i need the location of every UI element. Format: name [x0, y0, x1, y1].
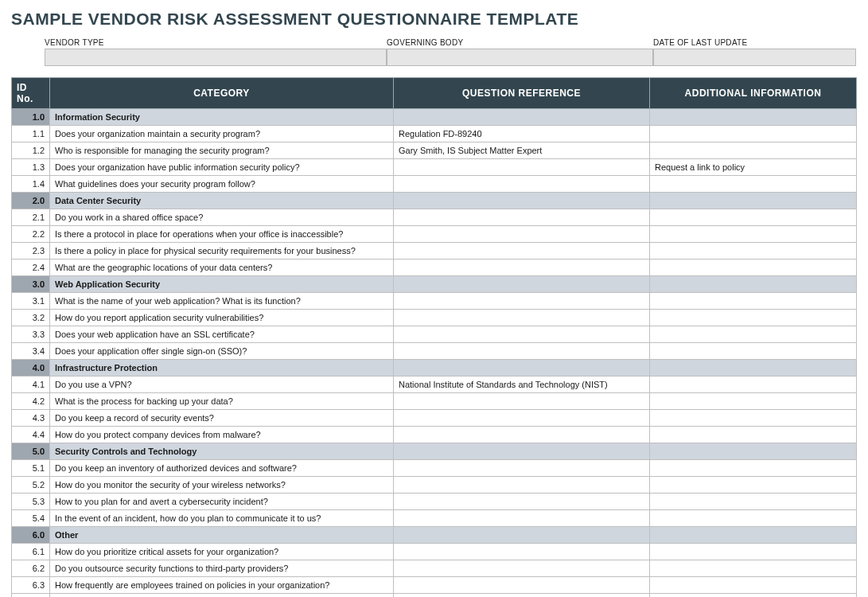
- cell-id: 3.2: [12, 310, 50, 326]
- questionnaire-table: ID No. CATEGORY QUESTION REFERENCE ADDIT…: [11, 77, 857, 597]
- cell-reference: [394, 276, 650, 293]
- cell-info: [650, 410, 857, 427]
- cell-info: [650, 427, 857, 443]
- cell-category: How frequently are employees trained on …: [50, 577, 394, 594]
- cell-info: [650, 176, 857, 193]
- section-row: 5.0Security Controls and Technology: [12, 443, 857, 460]
- table-row: 4.3Do you keep a record of security even…: [12, 410, 857, 427]
- section-row: 6.0Other: [12, 527, 857, 544]
- cell-reference: [394, 293, 650, 310]
- cell-reference: [394, 393, 650, 410]
- page-title: SAMPLE VENDOR RISK ASSESSMENT QUESTIONNA…: [11, 10, 857, 29]
- cell-info: [650, 377, 857, 393]
- cell-info: [650, 577, 857, 594]
- cell-reference: [394, 594, 650, 598]
- cell-id: 2.1: [12, 209, 50, 226]
- cell-reference: [394, 326, 650, 343]
- cell-info: [650, 109, 857, 126]
- table-row: 5.3How to you plan for and avert a cyber…: [12, 494, 857, 510]
- table-row: 3.1What is the name of your web applicat…: [12, 293, 857, 310]
- cell-info: [650, 494, 857, 510]
- cell-id: 5.2: [12, 477, 50, 494]
- table-row: 2.2Is there a protocol in place for oper…: [12, 226, 857, 243]
- vendor-type-input[interactable]: [45, 49, 387, 66]
- table-row: 2.1Do you work in a shared office space?: [12, 209, 857, 226]
- table-row: 3.2How do you report application securit…: [12, 310, 857, 326]
- cell-id: 1.2: [12, 142, 50, 159]
- cell-category: What is the process for backing up your …: [50, 393, 394, 410]
- table-row: 5.1Do you keep an inventory of authorize…: [12, 460, 857, 477]
- cell-reference: [394, 577, 650, 594]
- date-last-update-input[interactable]: [653, 49, 856, 66]
- cell-id: 1.1: [12, 126, 50, 142]
- table-header-row: ID No. CATEGORY QUESTION REFERENCE ADDIT…: [12, 78, 857, 109]
- cell-info: [650, 360, 857, 377]
- cell-id: 6.2: [12, 560, 50, 577]
- cell-id: 3.3: [12, 326, 50, 343]
- cell-info: [650, 443, 857, 460]
- cell-info: [650, 477, 857, 494]
- cell-id: 3.0: [12, 276, 50, 293]
- cell-category: Do you work in a shared office space?: [50, 209, 394, 226]
- table-row: 3.4Does your application offer single si…: [12, 343, 857, 360]
- cell-category: Do you keep a record of security events?: [50, 410, 394, 427]
- cell-id: 1.0: [12, 109, 50, 126]
- cell-reference: [394, 427, 650, 443]
- cell-reference: [394, 527, 650, 544]
- table-row: 4.1Do you use a VPN?National Institute o…: [12, 377, 857, 393]
- cell-reference: [394, 544, 650, 560]
- table-row: 6.2Do you outsource security functions t…: [12, 560, 857, 577]
- cell-info: [650, 460, 857, 477]
- cell-id: 5.4: [12, 510, 50, 527]
- cell-reference: [394, 560, 650, 577]
- cell-reference: [394, 176, 650, 193]
- cell-reference: [394, 109, 650, 126]
- cell-info: [650, 527, 857, 544]
- table-row: 6.3How frequently are employees trained …: [12, 577, 857, 594]
- date-last-update-label: DATE OF LAST UPDATE: [653, 38, 856, 47]
- cell-reference: [394, 159, 650, 176]
- cell-id: 4.4: [12, 427, 50, 443]
- cell-id: 6.3: [12, 577, 50, 594]
- cell-id: 2.2: [12, 226, 50, 243]
- cell-category: What guidelines does your security progr…: [50, 176, 394, 193]
- cell-info: [650, 259, 857, 276]
- cell-category: How do you prioritize critical assets fo…: [50, 544, 394, 560]
- table-row: 1.4What guidelines does your security pr…: [12, 176, 857, 193]
- cell-id: 5.3: [12, 494, 50, 510]
- cell-category: Information Security: [50, 109, 394, 126]
- cell-info: [650, 544, 857, 560]
- cell-id: 1.4: [12, 176, 50, 193]
- cell-category: Is there a policy in place for physical …: [50, 243, 394, 259]
- governing-body-input[interactable]: [387, 49, 653, 66]
- cell-category: What is the name of your web application…: [50, 293, 394, 310]
- cell-info: [650, 393, 857, 410]
- cell-reference: [394, 243, 650, 259]
- cell-info: [650, 560, 857, 577]
- cell-category: How to you plan for and avert a cybersec…: [50, 494, 394, 510]
- cell-category: What are the geographic locations of you…: [50, 259, 394, 276]
- table-row: 6.4When was the last time you had a risk…: [12, 594, 857, 598]
- table-row: 4.4How do you protect company devices fr…: [12, 427, 857, 443]
- cell-category: When was the last time you had a risk as…: [50, 594, 394, 598]
- cell-category: Does your application offer single sign-…: [50, 343, 394, 360]
- table-row: 3.3Does your web application have an SSL…: [12, 326, 857, 343]
- cell-id: 4.0: [12, 360, 50, 377]
- cell-category: How do you monitor the security of your …: [50, 477, 394, 494]
- section-row: 2.0Data Center Security: [12, 193, 857, 209]
- cell-reference: [394, 460, 650, 477]
- section-row: 4.0Infrastructure Protection: [12, 360, 857, 377]
- cell-info: [650, 343, 857, 360]
- cell-id: 2.0: [12, 193, 50, 209]
- cell-category: How do you protect company devices from …: [50, 427, 394, 443]
- cell-category: Do you keep an inventory of authorized d…: [50, 460, 394, 477]
- cell-info: [650, 142, 857, 159]
- cell-category: Do you use a VPN?: [50, 377, 394, 393]
- cell-id: 6.0: [12, 527, 50, 544]
- cell-info: [650, 293, 857, 310]
- col-header-category: CATEGORY: [50, 78, 394, 109]
- cell-category: Does your web application have an SSL ce…: [50, 326, 394, 343]
- cell-info: [650, 594, 857, 598]
- cell-category: Web Application Security: [50, 276, 394, 293]
- cell-id: 2.3: [12, 243, 50, 259]
